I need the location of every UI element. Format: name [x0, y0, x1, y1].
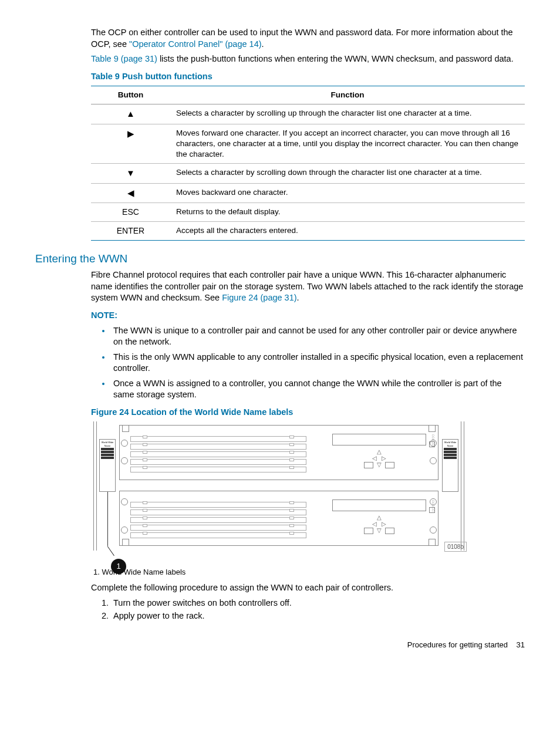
- fn-text: Moves forward one character. If you acce…: [170, 124, 525, 164]
- figure24-caption: Figure 24 Location of the World Wide Nam…: [91, 407, 525, 418]
- left-arrow-icon: ◀: [127, 188, 134, 198]
- wwn-label-left: World Wide Name: [99, 439, 116, 492]
- fn-text: Returns to the default display.: [170, 202, 525, 221]
- note-list: The WWN is unique to a controller pair a…: [91, 325, 525, 401]
- procedure-intro: Complete the following procedure to assi…: [91, 582, 525, 594]
- fn-text: Accepts all the characters entered.: [170, 221, 525, 240]
- wwn-label-title: World Wide Name: [100, 441, 115, 447]
- section-text: Fibre Channel protocol requires that eac…: [91, 270, 523, 302]
- list-item: The WWN is unique to a controller pair a…: [111, 325, 525, 348]
- section-paragraph: Fibre Channel protocol requires that eac…: [91, 269, 525, 304]
- drawing-id: 0108b: [444, 542, 467, 552]
- intro-text-end: .: [262, 39, 264, 49]
- figure-legend: 1. World Wide Name labels: [93, 567, 525, 578]
- table-row: ENTER Accepts all the characters entered…: [91, 221, 525, 240]
- enter-button-label: ENTER: [91, 221, 170, 240]
- table-row: ▼ Selects a character by scrolling down …: [91, 164, 525, 183]
- link-ocp[interactable]: "Operator Control Panel" (page 14): [129, 39, 262, 49]
- footer-page-number: 31: [517, 640, 525, 649]
- link-table9[interactable]: Table 9 (page 31): [91, 54, 157, 63]
- right-arrow-icon: ▶: [127, 129, 134, 139]
- controller-unit: ○○○○○ △ ◁ ▷ ▽: [119, 491, 438, 546]
- table9-caption: Table 9 Push button functions: [91, 71, 525, 83]
- footer-section: Procedures for getting started: [407, 640, 508, 649]
- list-item: Turn the power switches on both controll…: [111, 598, 525, 609]
- link-figure24[interactable]: Figure 24 (page 31): [222, 293, 296, 302]
- page-footer: Procedures for getting started 31: [35, 640, 525, 650]
- fn-text: Moves backward one character.: [170, 183, 525, 202]
- section-text-end: .: [297, 293, 299, 302]
- figure24-diagram: World Wide Name World Wide Name ○○○○○ △ …: [91, 421, 467, 551]
- list-item: Apply power to the rack.: [111, 610, 525, 622]
- heading-entering-wwn: Entering the WWN: [35, 251, 525, 266]
- intro-paragraph-1: The OCP on either controller can be used…: [91, 27, 525, 241]
- down-arrow-icon: ▼: [126, 168, 135, 178]
- ocp-panel: ○○○○○ △ ◁ ▷ ▽: [332, 434, 426, 471]
- wwn-label-title: World Wide Name: [443, 441, 458, 447]
- note-heading: NOTE:: [91, 310, 525, 322]
- table-row: ESC Returns to the default display.: [91, 202, 525, 221]
- fn-text: Selects a character by scrolling down th…: [170, 164, 525, 183]
- esc-button-label: ESC: [91, 202, 170, 221]
- intro-p2: lists the push-button functions when ent…: [157, 54, 514, 63]
- col-button: Button: [91, 86, 170, 104]
- controller-unit: ○○○○○ △ ◁ ▷ ▽: [119, 425, 438, 480]
- table-row: ▲ Selects a character by scrolling up th…: [91, 104, 525, 124]
- table-push-button-functions: Button Function ▲ Selects a character by…: [91, 86, 525, 240]
- table-row: ◀ Moves backward one character.: [91, 183, 525, 202]
- wwn-label-right: World Wide Name: [442, 439, 458, 492]
- col-function: Function: [170, 86, 525, 104]
- procedure-steps: Turn the power switches on both controll…: [91, 598, 525, 622]
- list-item: Once a WWN is assigned to a controller, …: [111, 378, 525, 401]
- up-arrow-icon: ▲: [126, 109, 135, 119]
- ocp-panel: ○○○○○ △ ◁ ▷ ▽: [332, 499, 426, 537]
- list-item: This is the only WWN applicable to any c…: [111, 352, 525, 374]
- fn-text: Selects a character by scrolling up thro…: [170, 104, 525, 124]
- table-row: ▶ Moves forward one character. If you ac…: [91, 124, 525, 164]
